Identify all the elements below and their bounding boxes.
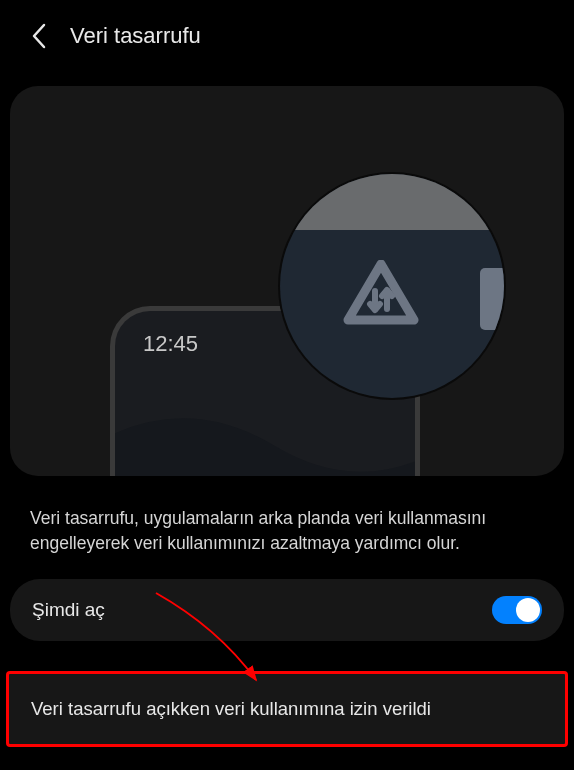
page-title: Veri tasarrufu [70, 23, 201, 49]
header-bar: Veri tasarrufu [0, 0, 574, 68]
allowed-apps-label: Veri tasarrufu açıkken veri kullanımına … [31, 698, 431, 720]
magnifier-circle [280, 174, 504, 398]
enable-now-toggle-row[interactable]: Şimdi aç [10, 579, 564, 641]
illustration-card: 12:45 [10, 86, 564, 476]
battery-icon [480, 268, 504, 330]
phone-clock: 12:45 [143, 331, 198, 357]
enable-now-label: Şimdi aç [32, 599, 105, 621]
allowed-apps-row[interactable]: Veri tasarrufu açıkken veri kullanımına … [6, 671, 568, 747]
description-text: Veri tasarrufu, uygulamaların arka pland… [0, 476, 574, 575]
chevron-left-icon [30, 22, 50, 50]
data-saver-icon [340, 260, 422, 338]
back-button[interactable] [22, 18, 58, 54]
switch-thumb [516, 598, 540, 622]
magnifier-statusbar-bg [280, 174, 504, 230]
enable-now-switch[interactable] [492, 596, 542, 624]
